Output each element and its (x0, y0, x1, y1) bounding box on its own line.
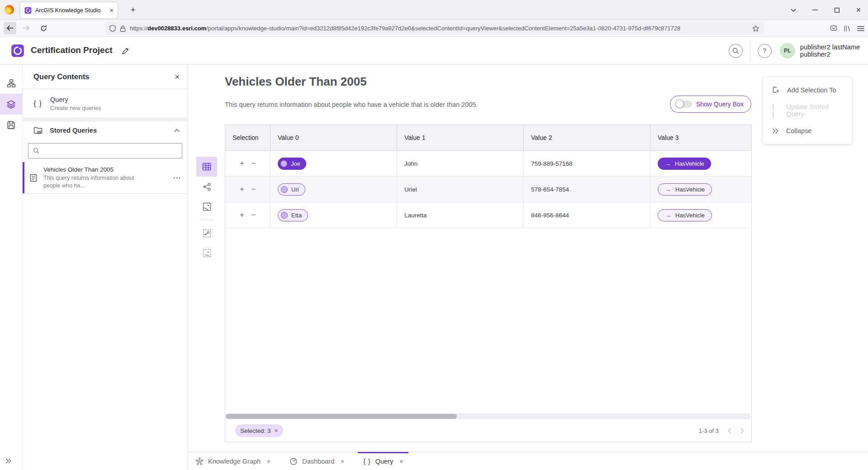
table-empty-area (225, 228, 751, 413)
new-tab-button[interactable]: + (127, 4, 139, 16)
tab-title: ArcGIS Knowledge Studio (35, 7, 106, 14)
show-query-box-toggle[interactable]: Show Query Box (670, 96, 751, 113)
arcgis-knowledge-logo (11, 44, 24, 58)
arrow-right-icon: → (665, 211, 671, 219)
column-header-value0[interactable]: Value 0 (270, 125, 397, 150)
table-row: + − Uri Uriel 578-654-7854 →HasVehicle (225, 177, 751, 202)
tab-close-icon[interactable]: × (341, 458, 344, 465)
panel-title: Query Contents (33, 72, 175, 81)
entity-pill[interactable]: Uri (278, 183, 305, 196)
user-name-block[interactable]: publisher2 lastName publisher2 (800, 43, 860, 58)
window-controls: × (787, 0, 865, 20)
browser-tab[interactable]: ArcGIS Knowledge Studio × (20, 2, 118, 18)
entity-pill[interactable]: Etta (278, 209, 308, 221)
query-title: Vehicles Older Than 2005 (225, 75, 367, 89)
stored-queries-title: Stored Queries (50, 127, 167, 134)
selected-count-chip[interactable]: Selected: 3 × (235, 424, 283, 437)
update-stored-query-item[interactable]: { } Update Stored Query (763, 100, 852, 120)
remove-from-selection-button[interactable]: − (251, 186, 256, 193)
remove-from-selection-button[interactable]: − (251, 211, 256, 219)
bookmark-star-icon[interactable] (752, 25, 759, 32)
clear-selection-icon[interactable]: × (275, 427, 278, 434)
column-header-value2[interactable]: Value 2 (524, 125, 650, 150)
firefox-icon[interactable] (5, 5, 14, 14)
cell-value2[interactable]: 578-654-7854 (524, 177, 650, 202)
cell-value2[interactable]: 846-956-8644 (524, 202, 650, 228)
back-button[interactable] (4, 22, 16, 34)
tab-query[interactable]: { } Query × (360, 452, 406, 470)
link-chart-view-button[interactable] (196, 177, 217, 197)
tab-dashboard[interactable]: Dashboard × (287, 452, 347, 470)
panel-section-divider (23, 118, 188, 121)
rail-save-button[interactable] (0, 115, 22, 135)
header-divider (750, 41, 750, 61)
column-header-value1[interactable]: Value 1 (397, 125, 524, 150)
add-to-selection-button[interactable]: + (240, 160, 244, 167)
toggle-switch[interactable] (676, 101, 692, 108)
add-selection-to-map-button[interactable] (196, 243, 217, 263)
project-title: Certification Project (31, 45, 113, 55)
remove-from-selection-button[interactable]: − (251, 160, 256, 167)
map-view-button[interactable] (196, 197, 217, 216)
close-window-button[interactable]: × (852, 3, 865, 17)
pocket-icon[interactable] (830, 25, 837, 32)
folder-icon (33, 126, 43, 134)
stored-queries-header[interactable]: Stored Queries (23, 121, 188, 139)
stored-queries-search[interactable] (28, 143, 182, 158)
entity-icon (281, 212, 288, 219)
rail-contents-button[interactable] (0, 94, 22, 115)
forward-button[interactable] (20, 22, 33, 34)
stored-query-description: This query returns information about peo… (43, 174, 139, 189)
column-header-value3[interactable]: Value 3 (650, 125, 751, 150)
table-row: + − Etta Lauretta 846-956-8644 →HasVehic… (225, 202, 751, 228)
stored-query-more-icon[interactable]: ··· (173, 174, 181, 182)
search-input[interactable] (43, 148, 177, 154)
list-tabs-icon[interactable] (787, 3, 800, 17)
user-avatar[interactable]: PL (780, 43, 795, 58)
panel-close-icon[interactable]: × (175, 72, 180, 82)
cell-value1[interactable]: Uriel (397, 177, 524, 202)
next-page-icon[interactable] (740, 428, 744, 434)
url-text[interactable]: https://dev0028833.esri.com/portal/apps/… (130, 25, 748, 32)
stored-query-item[interactable]: Vehicles Older Than 2005 This query retu… (23, 162, 188, 194)
table-view-button[interactable] (196, 157, 217, 177)
rail-data-model-button[interactable] (0, 73, 22, 94)
search-button[interactable] (729, 44, 743, 58)
tracking-protection-shield-icon[interactable] (109, 25, 116, 32)
tab-close-icon[interactable]: × (267, 458, 270, 465)
add-selection-to-link-chart-button[interactable] (196, 223, 217, 243)
column-header-selection[interactable]: Selection (225, 125, 270, 150)
reload-icon[interactable] (37, 22, 50, 34)
edit-project-title-icon[interactable] (119, 45, 131, 57)
selected-indicator-bar (23, 162, 24, 193)
help-button[interactable]: ? (758, 44, 772, 58)
tab-close-icon[interactable]: × (109, 6, 114, 14)
url-bar[interactable]: https://dev0028833.esri.com/portal/apps/… (105, 22, 764, 35)
cell-value1[interactable]: Lauretta (397, 202, 524, 228)
entity-pill[interactable]: Joe (278, 158, 306, 170)
collapse-item[interactable]: Collapse (763, 120, 852, 141)
minimize-button[interactable] (808, 3, 822, 17)
add-selection-to-item[interactable]: Add Selection To (763, 80, 852, 100)
library-icon[interactable] (844, 25, 851, 32)
braces-icon: { } (363, 458, 370, 465)
table-row: + − Joe John 759-889-57168 →HasVehicle (225, 151, 751, 177)
horizontal-scrollbar[interactable] (226, 413, 751, 419)
relationship-pill[interactable]: →HasVehicle (658, 183, 712, 196)
relationship-pill[interactable]: →HasVehicle (658, 209, 712, 221)
tab-close-icon[interactable]: × (399, 458, 403, 465)
maximize-button[interactable] (830, 3, 844, 17)
cell-value2[interactable]: 759-889-57168 (524, 151, 650, 176)
expand-rail-icon[interactable] (5, 458, 12, 464)
add-to-selection-button[interactable]: + (240, 211, 244, 219)
tab-knowledge-graph[interactable]: Knowledge Graph × (193, 452, 273, 470)
relationship-pill[interactable]: →HasVehicle (658, 158, 711, 170)
scrollbar-thumb[interactable] (226, 414, 457, 419)
menu-icon[interactable] (857, 26, 864, 31)
new-query-item[interactable]: { } Query Create new queries (23, 89, 188, 118)
chevron-up-icon[interactable] (174, 129, 180, 132)
previous-page-icon[interactable] (728, 428, 731, 434)
padlock-icon[interactable] (120, 25, 126, 32)
cell-value1[interactable]: John (397, 151, 524, 176)
add-to-selection-button[interactable]: + (240, 186, 244, 193)
